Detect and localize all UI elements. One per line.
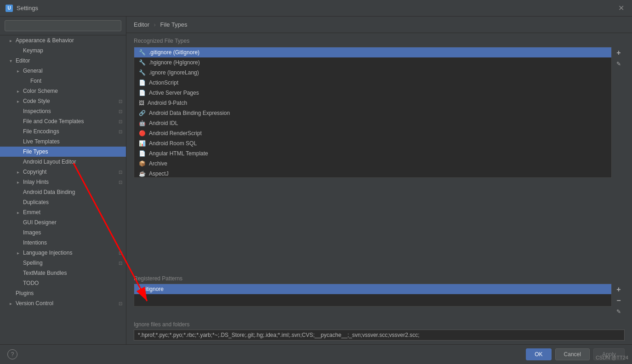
registered-list-side-buttons: + − ✎ [612, 284, 625, 318]
ignore-input[interactable] [134, 330, 625, 341]
file-type-item[interactable]: 📦Archive [134, 159, 611, 169]
sidebar-item-android-data-binding[interactable]: Android Data Binding [0, 187, 126, 197]
file-type-item[interactable]: 🤖Android IDL [134, 118, 611, 128]
file-type-item[interactable]: 📄Angular HTML Template [134, 148, 611, 159]
sidebar-item-appearance-&-behavior[interactable]: ▸Appearance & Behavior [0, 35, 126, 46]
sidebar-item-file-encodings[interactable]: File Encodings⊡ [0, 126, 126, 136]
file-types-panel: 🔧.gitignore (GitIgnore)🔧.hgignore (HgIgn… [134, 47, 625, 272]
file-type-item[interactable]: 📄ActionScript [134, 78, 611, 88]
file-type-item[interactable]: 🖼Android 9-Patch [134, 98, 611, 108]
sidebar-item-label: Copyright [23, 169, 46, 175]
close-button[interactable]: ✕ [615, 3, 626, 14]
sidebar-item-intentions[interactable]: Intentions [0, 238, 126, 248]
edit-file-type-button[interactable]: ✎ [614, 59, 624, 69]
add-pattern-button[interactable]: + [614, 284, 624, 295]
file-type-item[interactable]: 📊Android Room SQL [134, 138, 611, 148]
sidebar-item-label: Images [23, 229, 41, 236]
file-type-label: .ignore (IgnoreLang) [149, 69, 199, 76]
spacer [15, 239, 21, 246]
badge-icon: ⊡ [119, 109, 122, 114]
file-type-icon: ☕ [139, 171, 146, 177]
edit-pattern-button[interactable]: ✎ [614, 307, 624, 317]
help-button[interactable]: ? [7, 349, 17, 359]
file-type-item[interactable]: 🔧.ignore (IgnoreLang) [134, 68, 611, 78]
sidebar-item-label: File Encodings [23, 128, 59, 135]
badge-icon: ⊡ [119, 301, 122, 306]
sidebar-item-android-layout-editor[interactable]: Android Layout Editor [0, 157, 126, 167]
badge-icon: ⊡ [119, 180, 122, 185]
sidebar-item-file-types[interactable]: File Types [0, 147, 126, 157]
right-panel: Editor › File Types Recognized File Type… [126, 17, 632, 344]
badge-icon: ⊡ [119, 250, 122, 256]
sidebar-item-inlay-hints[interactable]: ▸Inlay Hints⊡ [0, 177, 126, 187]
sidebar-item-editor[interactable]: ▾Editor [0, 56, 126, 66]
sidebar-item-todo[interactable]: TODO [0, 278, 126, 288]
sidebar-item-label: Plugins [16, 290, 34, 296]
sidebar-item-emmet[interactable]: ▸Emmet [0, 207, 126, 217]
sidebar-item-live-templates[interactable]: Live Templates [0, 136, 126, 147]
search-input[interactable] [5, 20, 121, 31]
badge-icon: ⊡ [119, 119, 122, 124]
file-type-item[interactable]: ☕AspectJ [134, 169, 611, 178]
badge-icon: ⊡ [119, 99, 122, 104]
sidebar-item-spelling[interactable]: Spelling⊡ [0, 258, 126, 268]
file-type-label: Android RenderScript [149, 130, 202, 136]
sidebar-item-textmate-bundles[interactable]: TextMate Bundles [0, 268, 126, 278]
file-type-icon: 🔧 [139, 69, 146, 76]
cancel-button[interactable]: Cancel [555, 348, 590, 360]
file-type-item[interactable]: 🔧.hgignore (HgIgnore) [134, 57, 611, 68]
remove-pattern-button[interactable]: − [614, 296, 624, 306]
sidebar-item-label: GUI Designer [23, 219, 57, 226]
sidebar-item-plugins[interactable]: Plugins [0, 288, 126, 298]
file-types-list: 🔧.gitignore (GitIgnore)🔧.hgignore (HgIgn… [134, 47, 612, 178]
sidebar-item-label: Code Style [23, 98, 50, 104]
pattern-label: *.gitignore [139, 286, 164, 292]
badge-icon: ⊡ [119, 129, 122, 134]
spacer [15, 270, 21, 276]
file-type-item[interactable]: 🔗Android Data Binding Expression [134, 108, 611, 118]
registered-pattern-item[interactable]: *.gitignore [134, 284, 611, 294]
apply-button[interactable]: Apply [593, 348, 625, 360]
spacer [15, 108, 21, 114]
sidebar-item-general[interactable]: ▸General [0, 66, 126, 76]
expand-icon: ▸ [15, 88, 21, 94]
registered-section-label: Registered Patterns [126, 272, 632, 284]
sidebar-item-language-injections[interactable]: ▸Language Injections⊡ [0, 248, 126, 258]
spacer [15, 159, 21, 165]
sidebar-item-duplicates[interactable]: Duplicates [0, 197, 126, 207]
breadcrumb-separator: › [154, 21, 156, 28]
sidebar-item-label: Appearance & Behavior [16, 37, 74, 44]
spacer [15, 199, 21, 205]
registered-patterns-list: *.gitignore [134, 284, 612, 307]
file-type-label: Android Room SQL [149, 140, 197, 147]
sidebar-item-inspections[interactable]: Inspections⊡ [0, 106, 126, 116]
add-file-type-button[interactable]: + [614, 48, 624, 58]
expand-icon: ▸ [15, 179, 21, 185]
file-type-item[interactable]: 📄Active Server Pages [134, 88, 611, 98]
file-type-icon: 🔧 [139, 49, 146, 56]
file-type-item[interactable]: 🔧.gitignore (GitIgnore) [134, 47, 611, 57]
sidebar-item-gui-designer[interactable]: GUI Designer [0, 217, 126, 228]
sidebar-item-color-scheme[interactable]: ▸Color Scheme [0, 86, 126, 96]
sidebar-item-keymap[interactable]: Keymap [0, 46, 126, 56]
file-type-icon: 📄 [139, 150, 146, 157]
content-area: Recognized File Types 🔧.gitignore (GitIg… [126, 33, 632, 344]
sidebar-item-code-style[interactable]: ▸Code Style⊡ [0, 96, 126, 106]
expand-icon: ▸ [15, 209, 21, 216]
sidebar-item-font[interactable]: Font [0, 76, 126, 86]
sidebar-item-version-control[interactable]: ▸Version Control⊡ [0, 298, 126, 308]
sidebar-item-file-and-code-templates[interactable]: File and Code Templates⊡ [0, 116, 126, 126]
ok-button[interactable]: OK [526, 348, 551, 360]
spacer [15, 219, 21, 226]
sidebar-item-label: Version Control [16, 300, 53, 307]
footer: ? OK Cancel Apply [0, 344, 632, 364]
sidebar-tree: ▸Appearance & BehaviorKeymap▾Editor▸Gene… [0, 35, 126, 308]
breadcrumb-parent: Editor [134, 21, 149, 28]
spacer [15, 118, 21, 125]
sidebar-item-images[interactable]: Images [0, 228, 126, 238]
file-type-label: .gitignore (GitIgnore) [149, 49, 199, 56]
file-type-label: Active Server Pages [149, 90, 199, 96]
sidebar-item-label: General [23, 68, 43, 74]
sidebar-item-copyright[interactable]: ▸Copyright⊡ [0, 167, 126, 177]
file-type-item[interactable]: 🔴Android RenderScript [134, 128, 611, 138]
